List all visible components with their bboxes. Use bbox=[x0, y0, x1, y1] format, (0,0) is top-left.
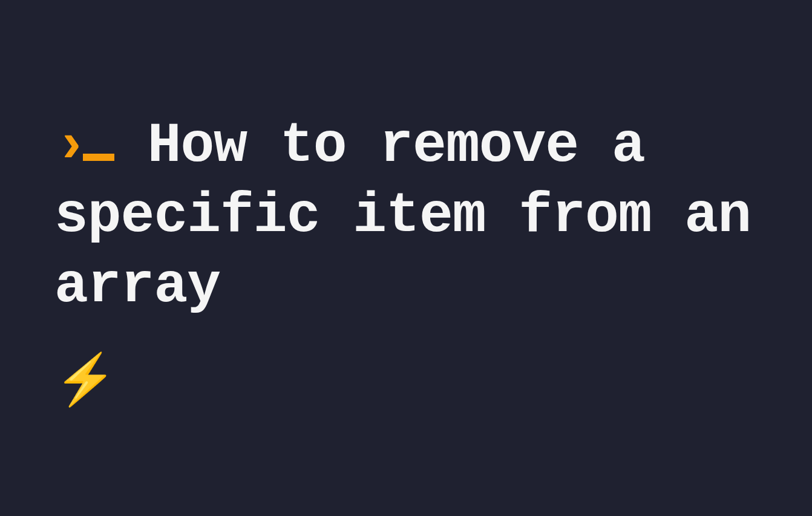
lightning-icon: ⚡ bbox=[54, 355, 782, 405]
prompt-underscore-icon bbox=[83, 127, 114, 161]
slide-content: › How to remove a specific item from an … bbox=[54, 111, 782, 405]
slide-title-text: How to remove a specific item from an ar… bbox=[54, 114, 751, 319]
slide-title-block: › How to remove a specific item from an … bbox=[54, 111, 782, 322]
